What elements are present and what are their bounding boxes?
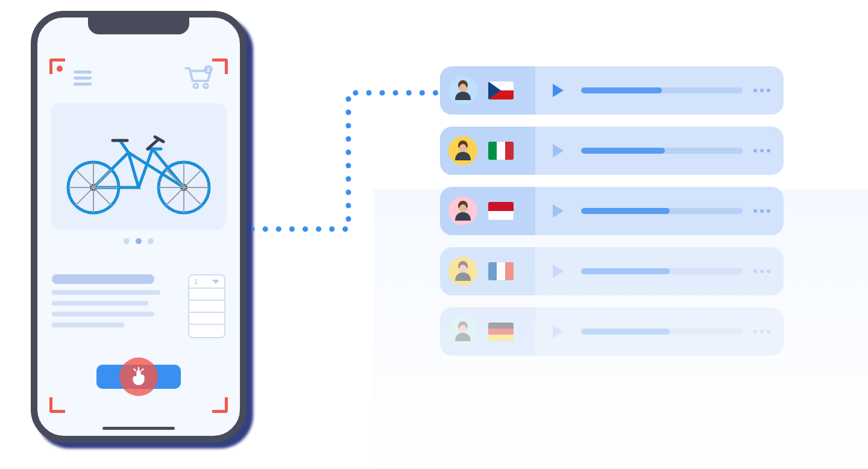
more-icon[interactable] <box>753 209 770 213</box>
more-icon[interactable] <box>753 330 770 333</box>
avatar <box>448 76 477 105</box>
playback-progress[interactable] <box>581 208 743 214</box>
play-button[interactable] <box>546 324 570 339</box>
svg-line-17 <box>142 369 143 371</box>
playback-progress[interactable] <box>581 87 743 93</box>
product-image-card[interactable] <box>51 103 227 230</box>
cart-badge: 2 <box>207 67 210 73</box>
play-button[interactable] <box>546 204 570 218</box>
avatar <box>448 197 477 225</box>
pager-dot[interactable] <box>136 238 142 244</box>
product-title-placeholder <box>52 274 154 284</box>
tester-card[interactable] <box>440 247 784 295</box>
tester-card[interactable] <box>440 307 784 356</box>
playback-progress[interactable] <box>581 268 743 274</box>
tester-identity <box>440 66 535 115</box>
quantity-value: 1 <box>194 278 198 285</box>
svg-line-16 <box>134 369 136 371</box>
tester-identity <box>440 127 535 175</box>
tester-card[interactable] <box>440 66 784 115</box>
avatar <box>448 136 477 165</box>
flag-icon <box>488 81 514 99</box>
bicycle-icon <box>57 115 220 218</box>
playback-progress[interactable] <box>581 329 743 335</box>
tester-identity <box>440 187 535 235</box>
phone-mockup: 2 <box>31 11 247 442</box>
tester-identity <box>440 247 535 295</box>
image-pager[interactable] <box>37 238 240 244</box>
flag-icon <box>488 202 514 220</box>
tester-list <box>440 66 784 356</box>
more-icon[interactable] <box>753 149 770 153</box>
svg-point-1 <box>204 84 208 88</box>
quantity-select[interactable]: 1 <box>188 274 225 338</box>
product-description <box>52 274 166 327</box>
play-button[interactable] <box>546 83 570 98</box>
avatar <box>448 257 477 286</box>
tester-identity <box>440 307 535 356</box>
tap-indicator-icon <box>119 357 158 396</box>
pager-dot[interactable] <box>124 238 130 244</box>
phone-header: 2 <box>37 60 240 96</box>
flag-icon <box>488 142 514 160</box>
cart-icon[interactable]: 2 <box>183 65 215 91</box>
more-icon[interactable] <box>753 89 770 92</box>
home-indicator <box>102 427 175 430</box>
pager-dot[interactable] <box>148 238 154 244</box>
flag-icon <box>488 323 514 341</box>
record-bracket <box>49 397 65 413</box>
tester-card[interactable] <box>440 187 784 235</box>
more-icon[interactable] <box>753 269 770 273</box>
flag-icon <box>488 262 514 280</box>
menu-icon[interactable] <box>74 71 92 86</box>
record-bracket <box>212 397 228 413</box>
avatar <box>448 317 477 346</box>
tester-card[interactable] <box>440 127 784 175</box>
playback-progress[interactable] <box>581 148 743 154</box>
svg-point-0 <box>193 84 198 88</box>
play-button[interactable] <box>546 264 570 279</box>
play-button[interactable] <box>546 143 570 158</box>
chevron-down-icon <box>212 280 219 284</box>
phone-notch <box>88 17 189 34</box>
